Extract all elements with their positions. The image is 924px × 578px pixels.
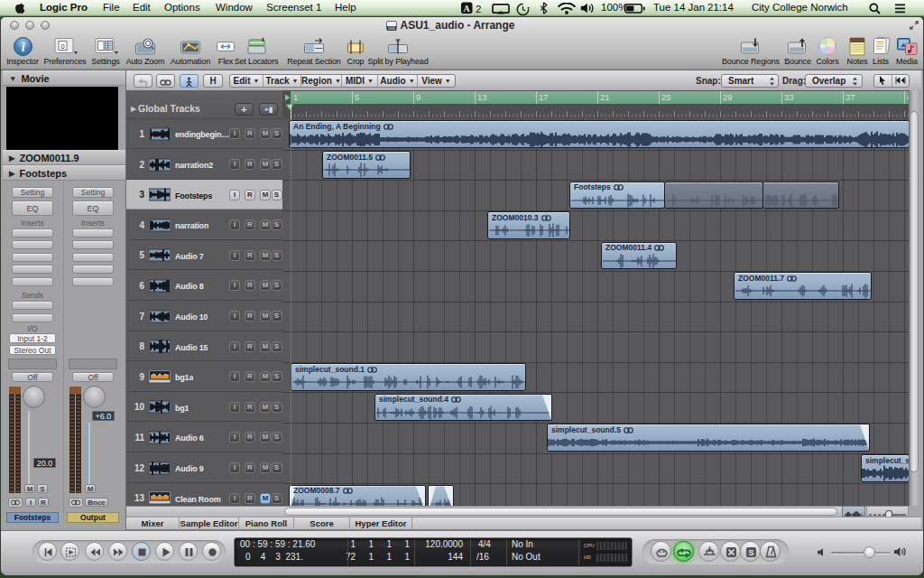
svg-text:2: 2 [476, 4, 481, 14]
svg-text:S: S [748, 548, 753, 557]
svg-text:A: A [463, 4, 470, 14]
svg-text:0: 0 [60, 42, 64, 51]
svg-text:i: i [21, 41, 24, 54]
